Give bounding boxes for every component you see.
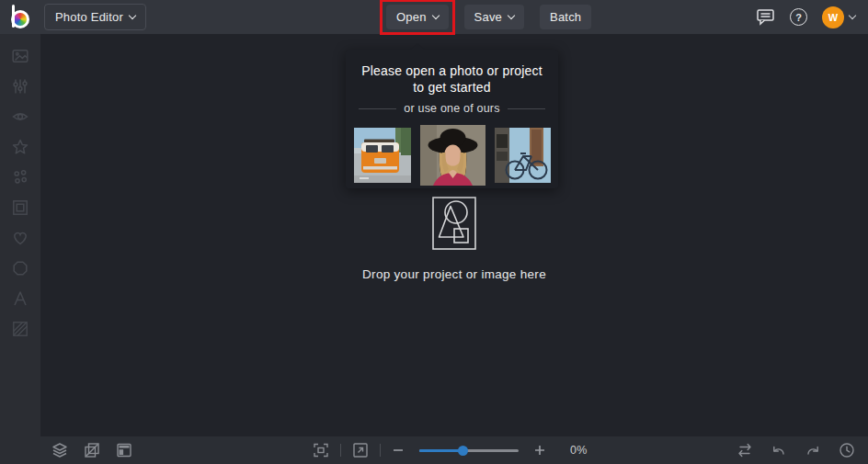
layers-icon[interactable] xyxy=(51,442,68,458)
redo-icon[interactable] xyxy=(805,442,821,458)
help-icon[interactable]: ? xyxy=(790,8,807,26)
history-icon[interactable] xyxy=(839,442,855,458)
logo-stem xyxy=(12,5,15,28)
photo-editor-app: Photo Editor Open Save Batch xyxy=(0,0,868,464)
popup-divider: or use one of ours xyxy=(359,102,545,115)
texture-icon[interactable] xyxy=(11,320,29,338)
chevron-down-icon xyxy=(849,12,856,19)
logo-color-wheel xyxy=(14,13,27,26)
app-menu-label: Photo Editor xyxy=(55,10,123,24)
text-icon[interactable] xyxy=(11,289,29,308)
save-button[interactable]: Save xyxy=(464,5,524,29)
get-started-popup: Please open a photo or project to get st… xyxy=(346,50,558,188)
left-tool-sidebar xyxy=(0,34,40,464)
shape-blob-icon[interactable] xyxy=(11,259,29,277)
befunky-logo-icon[interactable] xyxy=(9,5,33,29)
dropzone-label: Drop your project or image here xyxy=(362,267,546,281)
app-menu-button[interactable]: Photo Editor xyxy=(44,4,146,30)
heart-icon[interactable] xyxy=(11,229,29,247)
artsy-dots-icon[interactable] xyxy=(11,168,29,187)
sample-photo-blue-bicycle[interactable] xyxy=(495,128,551,183)
sample-photos xyxy=(346,125,558,186)
chevron-down-icon xyxy=(129,12,136,19)
feedback-chat-icon[interactable] xyxy=(756,8,775,26)
zoom-controls: 0% xyxy=(313,442,588,458)
top-toolbar: Photo Editor Open Save Batch xyxy=(0,0,868,34)
zoom-out-button[interactable] xyxy=(392,444,405,457)
star-icon[interactable] xyxy=(11,138,29,156)
popup-divider-label: or use one of ours xyxy=(404,102,499,115)
frame-icon[interactable] xyxy=(11,198,29,217)
chevron-down-icon xyxy=(508,12,515,19)
avatar-initial: W xyxy=(828,12,838,23)
open-button-label: Open xyxy=(396,10,427,24)
batch-button[interactable]: Batch xyxy=(540,5,591,29)
zoom-slider[interactable] xyxy=(419,445,519,456)
bottom-toolbar: 0% xyxy=(40,436,868,464)
image-edit-icon[interactable] xyxy=(11,47,29,65)
zoom-in-button[interactable] xyxy=(533,444,546,457)
zoom-slider-fill xyxy=(419,449,463,452)
account-menu[interactable]: W xyxy=(822,6,855,28)
eye-icon[interactable] xyxy=(11,108,29,126)
adjust-sliders-icon[interactable] xyxy=(11,77,29,96)
divider-line xyxy=(359,108,396,109)
fit-to-screen-icon[interactable] xyxy=(313,442,329,458)
compare-icon[interactable] xyxy=(737,442,753,458)
divider-line xyxy=(508,108,545,109)
zoom-slider-thumb[interactable] xyxy=(458,446,468,456)
chevron-down-icon xyxy=(431,12,439,19)
divider xyxy=(340,444,341,457)
layout-template-icon[interactable] xyxy=(116,442,132,458)
divider xyxy=(380,444,381,457)
popup-title: Please open a photo or project to get st… xyxy=(346,50,558,96)
avatar: W xyxy=(822,6,844,28)
zoom-percent-label: 0% xyxy=(570,444,588,457)
batch-button-label: Batch xyxy=(550,10,581,24)
drop-shapes-icon xyxy=(432,197,476,250)
topbar-center-actions: Open Save Batch xyxy=(386,0,591,34)
drop-target[interactable]: Drop your project or image here xyxy=(40,197,868,281)
open-button[interactable]: Open xyxy=(386,5,449,29)
sample-photo-portrait-woman[interactable] xyxy=(420,125,485,186)
topbar-right-actions: ? W xyxy=(756,6,868,28)
save-button-label: Save xyxy=(474,10,502,24)
canvas-resize-icon[interactable] xyxy=(84,442,100,458)
bottombar-right-tools xyxy=(737,442,868,458)
undo-icon[interactable] xyxy=(771,442,787,458)
actual-size-icon[interactable] xyxy=(352,442,369,458)
bottombar-left-tools xyxy=(40,442,132,458)
help-glyph: ? xyxy=(795,12,802,23)
sample-photo-orange-van[interactable] xyxy=(354,128,411,183)
